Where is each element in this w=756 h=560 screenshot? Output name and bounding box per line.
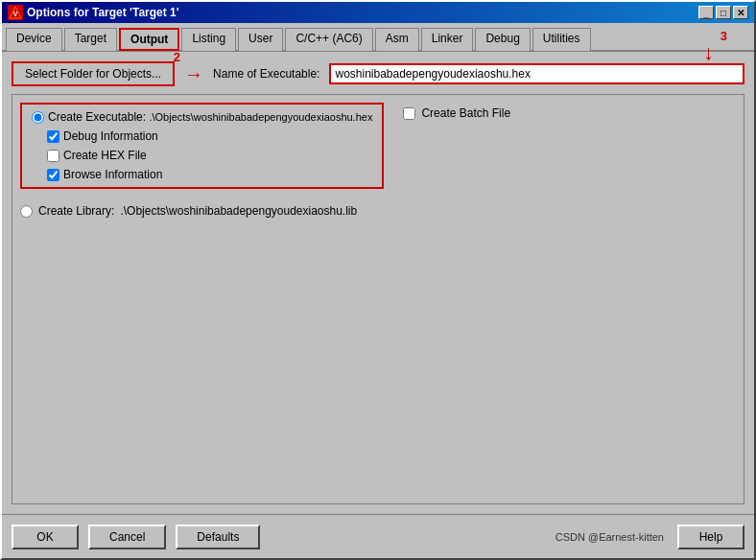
minimize-button[interactable]: _ <box>698 6 714 19</box>
cancel-button[interactable]: Cancel <box>88 525 166 549</box>
create-exe-label: Create Executable: .\Objects\woshinibaba… <box>48 110 372 124</box>
tab-user[interactable]: User <box>238 28 283 51</box>
arrow-to-name: → <box>184 63 203 85</box>
annotation-3: 3 <box>721 29 727 43</box>
create-exe-row: Create Executable: .\Objects\woshinibaba… <box>32 110 372 124</box>
bottom-bar: OK Cancel Defaults CSDN @Earnest-kitten … <box>2 514 754 558</box>
browse-info-checkbox[interactable] <box>47 169 59 181</box>
group-inner: → 4 Create Executable: .\Objects\woshini… <box>20 103 736 189</box>
right-section: Create Batch File <box>403 103 510 189</box>
create-batch-checkbox[interactable] <box>403 107 415 120</box>
window-title: Options for Target 'Target 1' <box>27 6 179 19</box>
main-group: → 4 Create Executable: .\Objects\woshini… <box>12 94 744 504</box>
title-bar: V Options for Target 'Target 1' _ □ ✕ <box>2 2 754 23</box>
left-section: → 4 Create Executable: .\Objects\woshini… <box>20 103 384 189</box>
ok-button[interactable]: OK <box>12 525 79 549</box>
main-window: V Options for Target 'Target 1' _ □ ✕ De… <box>0 0 756 560</box>
tab-cc[interactable]: C/C++ (AC6) <box>285 28 372 51</box>
debug-info-label: Debug Information <box>63 129 158 143</box>
create-library-radio[interactable] <box>20 205 33 218</box>
watermark-text: CSDN @Earnest-kitten <box>555 531 668 543</box>
name-input[interactable] <box>331 65 743 82</box>
create-hex-row: Create HEX File <box>32 149 372 162</box>
create-hex-checkbox[interactable] <box>47 150 59 162</box>
app-icon: V <box>8 5 23 20</box>
title-buttons: _ □ ✕ <box>698 6 748 19</box>
arrow-down-annotation: ↓ <box>703 40 714 65</box>
maximize-button[interactable]: □ <box>716 6 731 19</box>
help-button[interactable]: Help <box>677 525 744 549</box>
svg-text:V: V <box>13 11 18 17</box>
create-hex-label: Create HEX File <box>63 149 147 162</box>
tab-utilities[interactable]: Utilities <box>532 28 591 51</box>
debug-info-checkbox[interactable] <box>47 130 59 143</box>
create-library-label: Create Library: <box>38 204 114 218</box>
browse-info-label: Browse Information <box>63 168 162 181</box>
tab-device[interactable]: Device <box>6 28 62 51</box>
library-row: Create Library: .\Objects\woshinibabadep… <box>20 198 736 218</box>
create-library-path: .\Objects\woshinibabadepengyoudexiaoshu.… <box>120 204 357 218</box>
tab-debug[interactable]: Debug <box>475 28 530 51</box>
tab-target[interactable]: Target <box>64 28 117 51</box>
top-row: Select Folder for Objects... 2 → Name of… <box>12 61 744 86</box>
tab-listing[interactable]: Listing <box>181 28 236 51</box>
title-bar-left: V Options for Target 'Target 1' <box>8 5 179 20</box>
name-input-wrapper: ↓ 3 <box>329 63 744 84</box>
tab-asm[interactable]: Asm <box>375 28 419 51</box>
tab-linker[interactable]: Linker <box>421 28 474 51</box>
annotation-2: 2 <box>174 50 180 64</box>
name-of-executable-label: Name of Executable: <box>213 67 319 81</box>
create-batch-label: Create Batch File <box>421 106 510 120</box>
tab-bar: Device Target Output Listing User C/C++ … <box>2 23 754 52</box>
debug-info-row: Debug Information <box>32 129 372 143</box>
tab-output[interactable]: Output <box>119 28 179 51</box>
create-exe-radio[interactable] <box>32 111 44 124</box>
select-folder-button[interactable]: Select Folder for Objects... <box>12 61 175 86</box>
close-button[interactable]: ✕ <box>733 6 748 19</box>
content-area: Select Folder for Objects... 2 → Name of… <box>2 52 754 514</box>
create-batch-row: Create Batch File <box>403 106 510 120</box>
defaults-button[interactable]: Defaults <box>176 525 260 549</box>
browse-info-row: Browse Information <box>32 168 372 181</box>
